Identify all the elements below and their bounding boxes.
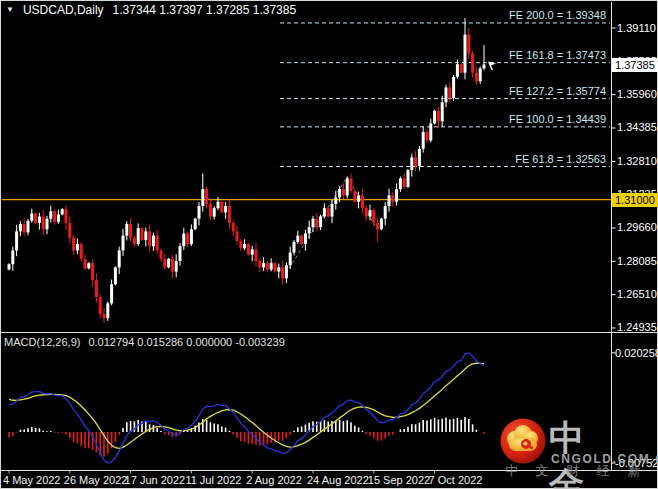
candle-body <box>34 213 37 223</box>
candle-body <box>114 267 117 284</box>
candle-body <box>133 238 136 244</box>
price-axis-label[interactable]: 1.32810 <box>617 155 657 168</box>
candle-body <box>23 224 26 232</box>
price-axis-label[interactable]: 1.29660 <box>617 221 657 234</box>
candle-body <box>19 224 22 231</box>
price-axis-label[interactable]: 1.39110 <box>617 22 656 35</box>
candle-body <box>380 219 383 230</box>
candle-body <box>30 213 33 220</box>
candle-body <box>76 244 79 250</box>
chart-window: ▼ USDCAD,Daily 1.37344 1.37397 1.37285 1… <box>0 0 658 489</box>
candle-body <box>369 210 372 216</box>
date-axis-label[interactable]: 26 May 2022 <box>64 474 128 487</box>
candle-body <box>243 244 246 248</box>
candle-body <box>441 102 444 121</box>
candle-body <box>84 259 87 269</box>
candle-body <box>156 236 159 251</box>
candle-body <box>255 249 258 261</box>
candle-body <box>304 234 307 245</box>
candle-body <box>95 280 98 297</box>
candle-body <box>49 211 52 218</box>
candle-body <box>15 231 18 250</box>
candle-body <box>475 73 478 81</box>
candle-body <box>182 234 185 247</box>
candle-body <box>319 217 322 228</box>
candle-body <box>201 189 204 206</box>
candle-body <box>395 189 398 202</box>
candle-body <box>323 208 326 216</box>
candle-body <box>171 259 174 272</box>
fib-anchor-zigzag[interactable] <box>283 177 378 279</box>
fib-level-label: FE 161.8 = 1.37473 <box>509 49 606 62</box>
candle-body <box>148 231 151 246</box>
symbol-dropdown-icon[interactable]: ▼ <box>6 6 14 14</box>
candle-body <box>327 208 330 216</box>
candle-body <box>65 209 68 223</box>
date-axis-label[interactable]: 15 Sep 2022 <box>368 474 430 487</box>
candle-body <box>467 35 470 54</box>
candle-body <box>186 234 189 245</box>
candle-body <box>160 250 163 258</box>
candle-body <box>175 261 178 272</box>
macd-indicator-values: 0.012794 0.015286 0.000000 -0.003239 <box>88 336 284 348</box>
candle-body <box>8 264 11 269</box>
candle-body <box>53 211 56 222</box>
price-axis-label[interactable]: 1.34385 <box>617 121 657 134</box>
candle-body <box>46 219 49 230</box>
macd-signal-line <box>9 363 484 448</box>
date-axis-label[interactable]: 11 Jul 2022 <box>185 474 241 487</box>
candle-body <box>274 263 277 271</box>
candle-body <box>350 178 353 191</box>
date-axis-label[interactable]: 17 Jun 2022 <box>125 474 186 487</box>
candle-body <box>163 259 166 267</box>
candle-body <box>437 111 440 122</box>
candle-body <box>80 244 83 259</box>
candle-body <box>247 244 250 255</box>
candle-body <box>448 87 451 98</box>
candle-body <box>270 263 273 269</box>
candle-body <box>103 314 106 318</box>
candle-body <box>205 189 208 204</box>
candle-body <box>57 214 60 221</box>
candle-body <box>251 249 254 254</box>
hline-price-box: 1.31000 <box>612 193 658 207</box>
current-price-box: 1.37385 <box>612 58 658 72</box>
macd-max-value: 0.020258 <box>615 347 658 360</box>
candle-body <box>399 178 402 189</box>
candle-body <box>68 223 71 238</box>
candle-body <box>312 219 315 227</box>
candlesticks[interactable] <box>8 18 486 323</box>
date-axis-label[interactable]: 4 May 2022 <box>3 474 60 487</box>
candle-body <box>61 209 64 214</box>
price-axis-label[interactable]: 1.28085 <box>617 255 657 268</box>
date-axis-label[interactable]: 2 Aug 2022 <box>246 474 302 487</box>
candle-body <box>87 263 90 268</box>
candle-body <box>167 259 170 267</box>
candle-body <box>42 217 45 230</box>
candle-body <box>91 263 94 280</box>
candle-body <box>224 206 227 212</box>
macd-indicator-label: MACD(12,26,9) <box>4 336 80 348</box>
candle-body <box>342 189 345 195</box>
candle-body <box>479 68 482 81</box>
candle-body <box>152 236 155 247</box>
date-axis-label[interactable]: 7 Oct 2022 <box>429 474 483 487</box>
candle-body <box>407 170 410 187</box>
candle-body <box>452 77 455 98</box>
candle-body <box>422 132 425 149</box>
candle-body <box>277 267 280 271</box>
candle-body <box>239 241 242 248</box>
candle-body <box>262 263 265 267</box>
price-axis-label[interactable]: 1.26510 <box>617 288 657 301</box>
price-axis-label[interactable]: 1.35960 <box>617 88 657 101</box>
candle-body <box>410 157 413 170</box>
candle-body <box>433 111 436 124</box>
candle-body <box>426 132 429 140</box>
candle-body <box>27 221 30 233</box>
candle-body <box>125 224 128 236</box>
candle-body <box>220 202 223 213</box>
candle-body <box>38 217 41 223</box>
date-axis-label[interactable]: 24 Aug 2022 <box>307 474 369 487</box>
price-axis-label[interactable]: 1.24935 <box>617 321 657 334</box>
candle-body <box>293 242 296 253</box>
